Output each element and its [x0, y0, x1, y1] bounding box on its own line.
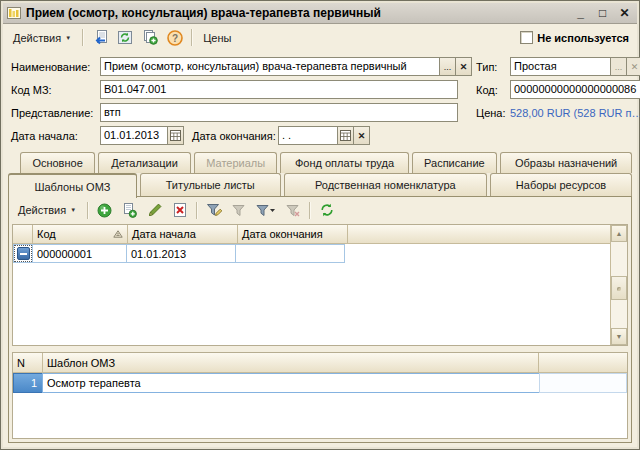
type-input[interactable]: Простая [510, 57, 611, 76]
copy-add-icon [122, 203, 137, 218]
help-button[interactable]: ? [163, 27, 186, 48]
date-end-clear-button[interactable]: ✕ [353, 126, 370, 145]
copy-button[interactable] [138, 27, 161, 48]
templates-table-empty-area [13, 263, 610, 345]
cell-template[interactable]: Осмотр терапевта [42, 373, 540, 393]
mz-code-input[interactable]: B01.047.001 [100, 80, 458, 99]
code-field-group: Код: 00000000000000000086 [476, 80, 640, 99]
actions-menu-button[interactable]: Действия ▼ [7, 27, 77, 48]
set-filter-button[interactable] [202, 200, 225, 221]
tab-page-shablony-omz: Действия ▼ [8, 196, 632, 443]
reread-button[interactable] [113, 27, 136, 48]
name-field-group: Прием (осмотр, консультация) врача-терап… [100, 57, 472, 76]
type-field-group: Тип: Простая ... ✕ [476, 57, 640, 76]
omz-table: N Шаблон ОМЗ 1 Осмотр терапевта [12, 352, 628, 439]
prices-button-label: Цены [203, 32, 231, 44]
pencil-icon [148, 203, 162, 217]
not-used-group: Не используется [520, 31, 633, 44]
funnel-pencil-icon [206, 203, 222, 217]
header-filler [348, 225, 610, 244]
svg-text:?: ? [172, 32, 178, 43]
scroll-up-button[interactable]: ▲ [611, 225, 627, 242]
date-start-group: 01.01.2013 [100, 126, 184, 145]
tab-titulnye-listy[interactable]: Титульные листы [140, 173, 281, 196]
scroll-down-button[interactable]: ▼ [611, 328, 627, 345]
templates-table-main: Код Дата начала Дата окончания 000000001… [13, 225, 610, 345]
code-label: Код: [476, 84, 510, 96]
chevron-down-icon: ▼ [65, 35, 71, 41]
title-bar: Прием (осмотр, консультация) врача-терап… [3, 3, 637, 24]
cell-date-start[interactable]: 01.01.2013 [126, 244, 236, 263]
type-label: Тип: [476, 61, 510, 73]
name-clear-button[interactable]: ✕ [455, 57, 472, 76]
filter-menu-button[interactable] [252, 200, 279, 221]
toolbar-separator [196, 202, 197, 219]
app-window: Прием (осмотр, консультация) врача-терап… [0, 0, 640, 450]
help-icon: ? [167, 30, 183, 46]
table-row[interactable]: 000000001 01.01.2013 [13, 244, 610, 263]
price-label: Цена: [476, 107, 510, 119]
not-used-checkbox[interactable] [520, 31, 533, 44]
header-marker-column[interactable] [13, 225, 33, 244]
record-marker-icon [17, 247, 30, 260]
vertical-scrollbar[interactable]: ▲ ▼ [610, 225, 627, 345]
row-marker-cell[interactable] [13, 244, 33, 263]
copy-add-icon [142, 30, 158, 45]
delete-row-button[interactable] [168, 200, 191, 221]
mz-code-label: Код МЗ: [11, 84, 100, 96]
tab-rodstvennaya-nomenklatura[interactable]: Родственная номенклатура [284, 173, 488, 196]
refresh-box-icon [117, 30, 133, 45]
tab-nabory-resursov[interactable]: Наборы ресурсов [490, 173, 632, 196]
name-row: Наименование: Прием (осмотр, консультаци… [11, 57, 629, 76]
maximize-button[interactable]: □ [594, 6, 611, 20]
tab-detalizacii[interactable]: Детализации [98, 152, 191, 173]
grid-actions-menu-button[interactable]: Действия ▼ [12, 200, 82, 221]
tab-osnovnoe[interactable]: Основное [20, 152, 95, 173]
close-button[interactable]: ✕ [616, 6, 633, 20]
funnel-menu-icon [256, 204, 276, 217]
header-date-start[interactable]: Дата начала [128, 225, 238, 244]
edit-row-button[interactable] [143, 200, 166, 221]
scrollbar-thumb[interactable] [611, 276, 627, 300]
header-n[interactable]: N [13, 353, 43, 373]
minimize-button[interactable]: _ [572, 6, 589, 20]
name-label: Наименование: [11, 61, 100, 73]
date-end-calendar-button[interactable] [337, 126, 354, 145]
tab-raspisanie[interactable]: Расписание [412, 152, 498, 173]
date-end-label: Дата окончания: [192, 130, 278, 142]
cell-trailing [539, 373, 627, 393]
header-date-end[interactable]: Дата окончания [238, 225, 348, 244]
cell-date-end[interactable] [235, 244, 345, 263]
name-input[interactable]: Прием (осмотр, консультация) врача-терап… [100, 57, 440, 76]
prices-button[interactable]: Цены [197, 27, 237, 48]
funnel-disabled-icon [232, 204, 245, 217]
header-code[interactable]: Код [33, 225, 128, 244]
presentation-input[interactable]: втп [100, 103, 458, 122]
tab-shablony-omz[interactable]: Шаблоны ОМЗ [8, 173, 137, 198]
date-start-calendar-button[interactable] [167, 126, 184, 145]
price-value-link[interactable]: 528,00 RUR (528 RUR п… [510, 107, 640, 119]
templates-table: Код Дата начала Дата окончания 000000001… [12, 224, 628, 346]
date-end-input[interactable]: . . [278, 126, 338, 145]
chevron-down-icon: ▼ [70, 207, 76, 213]
add-row-button[interactable] [93, 200, 116, 221]
table-row[interactable]: 1 Осмотр терапевта [13, 373, 627, 393]
cell-code[interactable]: 000000001 [32, 244, 127, 263]
name-ellipsis-button[interactable]: ... [439, 57, 456, 76]
scrollbar-track[interactable] [611, 242, 627, 328]
cell-row-number[interactable]: 1 [13, 373, 43, 393]
write-button[interactable] [88, 27, 111, 48]
code-input[interactable]: 00000000000000000086 [510, 80, 640, 99]
refresh-list-button[interactable] [315, 200, 338, 221]
header-template[interactable]: Шаблон ОМЗ [43, 353, 539, 373]
window-title: Прием (осмотр, консультация) врача-терап… [26, 6, 567, 20]
actions-menu-label: Действия [13, 32, 61, 44]
tab-fond-oplaty-truda[interactable]: Фонд оплаты труда [280, 152, 408, 173]
date-start-input[interactable]: 01.01.2013 [100, 126, 168, 145]
catalog-item-icon [7, 6, 21, 20]
copy-row-button[interactable] [118, 200, 141, 221]
presentation-label: Представление: [11, 107, 100, 119]
toolbar-separator [191, 29, 192, 46]
main-toolbar: Действия ▼ ? Цены [3, 24, 637, 51]
tab-obrazy-naznachenij[interactable]: Образы назначений [500, 152, 632, 173]
